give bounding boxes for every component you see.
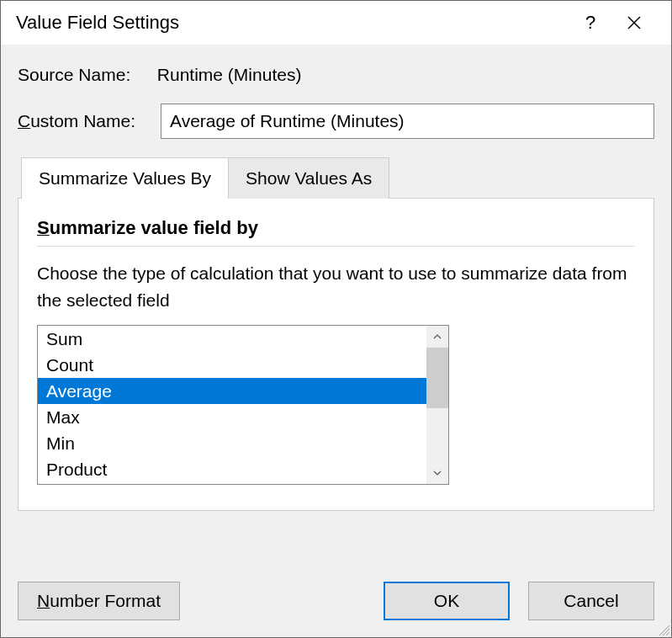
custom-name-label: Custom Name: bbox=[18, 111, 161, 131]
number-format-button[interactable]: Number Format bbox=[18, 582, 180, 620]
tab-page-summarize: Summarize value field by Choose the type… bbox=[18, 198, 654, 511]
chevron-down-icon bbox=[433, 469, 442, 477]
list-scrollbar[interactable] bbox=[426, 326, 448, 484]
source-name-value: Runtime (Minutes) bbox=[157, 65, 302, 84]
scroll-thumb[interactable] bbox=[426, 348, 448, 408]
list-item[interactable]: Average bbox=[38, 378, 426, 404]
titlebar: Value Field Settings ? bbox=[1, 1, 671, 45]
cancel-button[interactable]: Cancel bbox=[528, 582, 654, 620]
calculation-list[interactable]: SumCountAverageMaxMinProduct bbox=[37, 325, 449, 485]
chevron-up-icon bbox=[433, 332, 442, 341]
list-item[interactable]: Count bbox=[38, 352, 426, 378]
svg-line-3 bbox=[663, 629, 669, 635]
scroll-down-button[interactable] bbox=[426, 462, 448, 484]
list-item[interactable]: Sum bbox=[38, 326, 426, 352]
source-name-row: Source Name: Runtime (Minutes) bbox=[18, 65, 654, 85]
value-field-settings-dialog: Value Field Settings ? Source Name: Runt… bbox=[0, 0, 672, 638]
scroll-up-button[interactable] bbox=[426, 326, 448, 348]
custom-name-input[interactable] bbox=[161, 104, 654, 139]
custom-name-row: Custom Name: bbox=[18, 104, 654, 139]
list-item[interactable]: Min bbox=[38, 430, 426, 456]
dialog-footer: Number Format OK Cancel bbox=[1, 565, 671, 637]
section-description: Choose the type of calculation that you … bbox=[37, 260, 635, 313]
ok-button[interactable]: OK bbox=[384, 582, 510, 620]
section-heading: Summarize value field by bbox=[37, 217, 635, 239]
dialog-body: Source Name: Runtime (Minutes) Custom Na… bbox=[1, 45, 671, 565]
resize-grip[interactable] bbox=[656, 622, 669, 635]
close-icon bbox=[627, 15, 642, 30]
scroll-track[interactable] bbox=[426, 348, 448, 462]
dialog-title: Value Field Settings bbox=[16, 12, 569, 34]
source-name-label: Source Name: bbox=[18, 65, 152, 85]
tab-show-values-as[interactable]: Show Values As bbox=[229, 157, 389, 199]
svg-line-4 bbox=[666, 632, 669, 635]
list-item[interactable]: Product bbox=[38, 456, 426, 482]
section-divider bbox=[37, 246, 635, 247]
tab-summarize-values-by[interactable]: Summarize Values By bbox=[21, 157, 229, 199]
close-button[interactable] bbox=[612, 1, 656, 45]
list-item[interactable]: Max bbox=[38, 404, 426, 430]
help-button[interactable]: ? bbox=[569, 1, 612, 45]
tabstrip: Summarize Values By Show Values As bbox=[21, 157, 654, 199]
